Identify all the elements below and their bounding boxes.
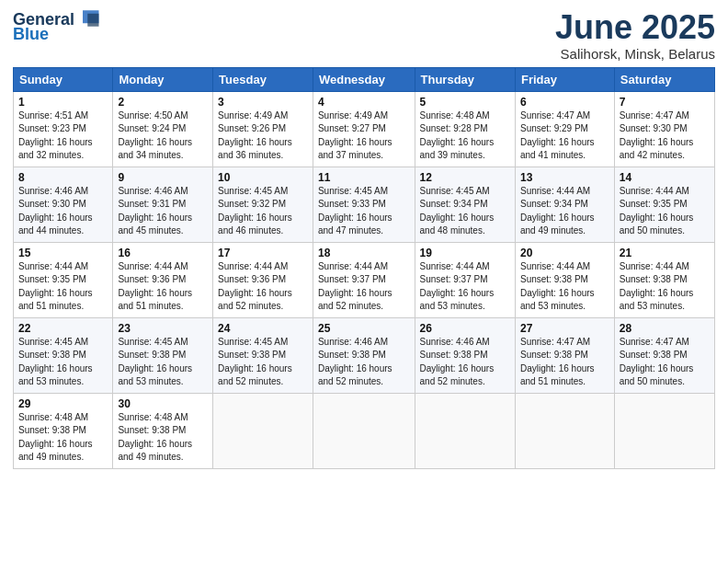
day-number: 3 <box>218 96 308 109</box>
table-cell: 3 Sunrise: 4:49 AMSunset: 9:26 PMDayligh… <box>213 91 313 167</box>
table-cell: 1 Sunrise: 4:51 AMSunset: 9:23 PMDayligh… <box>14 91 113 167</box>
table-cell: 8 Sunrise: 4:46 AMSunset: 9:30 PMDayligh… <box>14 167 113 242</box>
day-info: Sunrise: 4:45 AMSunset: 9:38 PMDaylight:… <box>18 337 93 387</box>
day-number: 1 <box>18 96 108 109</box>
logo-icon <box>76 6 102 31</box>
day-info: Sunrise: 4:49 AMSunset: 9:26 PMDaylight:… <box>218 110 292 161</box>
table-cell: 24 Sunrise: 4:45 AMSunset: 9:38 PMDaylig… <box>213 317 313 393</box>
svg-marker-1 <box>87 14 98 27</box>
table-cell: 17 Sunrise: 4:44 AMSunset: 9:36 PMDaylig… <box>213 242 313 317</box>
day-info: Sunrise: 4:44 AMSunset: 9:37 PMDaylight:… <box>318 261 392 312</box>
day-info: Sunrise: 4:48 AMSunset: 9:28 PMDaylight:… <box>420 110 495 161</box>
day-info: Sunrise: 4:48 AMSunset: 9:38 PMDaylight:… <box>118 412 192 463</box>
table-cell: 14 Sunrise: 4:44 AMSunset: 9:35 PMDaylig… <box>614 167 714 242</box>
day-info: Sunrise: 4:45 AMSunset: 9:33 PMDaylight:… <box>318 186 392 236</box>
month-title: June 2025 <box>555 9 715 46</box>
day-number: 22 <box>18 322 108 335</box>
table-cell: 12 Sunrise: 4:45 AMSunset: 9:34 PMDaylig… <box>415 167 515 242</box>
day-info: Sunrise: 4:47 AMSunset: 9:30 PMDaylight:… <box>620 110 694 161</box>
day-info: Sunrise: 4:44 AMSunset: 9:36 PMDaylight:… <box>218 261 292 312</box>
day-number: 28 <box>620 322 710 335</box>
day-number: 11 <box>318 171 410 184</box>
table-cell: 9 Sunrise: 4:46 AMSunset: 9:31 PMDayligh… <box>113 167 213 242</box>
day-number: 26 <box>420 322 510 335</box>
table-cell: 6 Sunrise: 4:47 AMSunset: 9:29 PMDayligh… <box>515 91 614 167</box>
day-number: 9 <box>118 171 208 184</box>
day-number: 14 <box>620 171 710 184</box>
table-cell: 2 Sunrise: 4:50 AMSunset: 9:24 PMDayligh… <box>113 91 213 167</box>
day-info: Sunrise: 4:44 AMSunset: 9:34 PMDaylight:… <box>520 186 595 236</box>
day-number: 18 <box>318 247 410 259</box>
page-container: General Blue June 2025 Salihorsk, Minsk,… <box>0 0 728 478</box>
table-cell: 21 Sunrise: 4:44 AMSunset: 9:38 PMDaylig… <box>614 242 714 317</box>
day-info: Sunrise: 4:46 AMSunset: 9:31 PMDaylight:… <box>118 186 192 236</box>
day-number: 30 <box>118 397 208 410</box>
day-info: Sunrise: 4:46 AMSunset: 9:38 PMDaylight:… <box>318 337 392 387</box>
day-number: 21 <box>620 247 710 259</box>
table-cell: 16 Sunrise: 4:44 AMSunset: 9:36 PMDaylig… <box>113 242 213 317</box>
table-cell: 13 Sunrise: 4:44 AMSunset: 9:34 PMDaylig… <box>515 167 614 242</box>
day-info: Sunrise: 4:45 AMSunset: 9:32 PMDaylight:… <box>218 186 292 236</box>
day-number: 13 <box>520 171 609 184</box>
day-number: 8 <box>18 171 108 184</box>
day-info: Sunrise: 4:46 AMSunset: 9:30 PMDaylight:… <box>18 186 93 236</box>
table-cell: 11 Sunrise: 4:45 AMSunset: 9:33 PMDaylig… <box>313 167 415 242</box>
logo-text2: Blue <box>13 26 49 44</box>
day-number: 23 <box>118 322 208 335</box>
table-cell <box>515 393 614 468</box>
day-number: 4 <box>318 96 410 109</box>
table-cell: 23 Sunrise: 4:45 AMSunset: 9:38 PMDaylig… <box>113 317 213 393</box>
day-number: 20 <box>520 247 609 259</box>
day-number: 24 <box>218 322 308 335</box>
day-number: 27 <box>520 322 609 335</box>
table-cell: 15 Sunrise: 4:44 AMSunset: 9:35 PMDaylig… <box>14 242 113 317</box>
day-number: 29 <box>18 397 108 410</box>
day-info: Sunrise: 4:44 AMSunset: 9:36 PMDaylight:… <box>118 261 192 312</box>
day-info: Sunrise: 4:44 AMSunset: 9:35 PMDaylight:… <box>620 186 694 236</box>
table-cell: 7 Sunrise: 4:47 AMSunset: 9:30 PMDayligh… <box>614 91 714 167</box>
table-cell: 10 Sunrise: 4:45 AMSunset: 9:32 PMDaylig… <box>213 167 313 242</box>
day-info: Sunrise: 4:45 AMSunset: 9:34 PMDaylight:… <box>420 186 495 236</box>
table-cell: 22 Sunrise: 4:45 AMSunset: 9:38 PMDaylig… <box>14 317 113 393</box>
day-info: Sunrise: 4:50 AMSunset: 9:24 PMDaylight:… <box>118 110 192 161</box>
table-cell <box>614 393 714 468</box>
col-tuesday: Tuesday <box>213 67 313 91</box>
col-friday: Friday <box>515 67 614 91</box>
calendar-table: Sunday Monday Tuesday Wednesday Thursday… <box>13 67 715 469</box>
day-info: Sunrise: 4:47 AMSunset: 9:38 PMDaylight:… <box>520 337 595 387</box>
day-info: Sunrise: 4:44 AMSunset: 9:37 PMDaylight:… <box>420 261 495 312</box>
day-number: 7 <box>620 96 710 109</box>
table-cell: 25 Sunrise: 4:46 AMSunset: 9:38 PMDaylig… <box>313 317 415 393</box>
day-number: 25 <box>318 322 410 335</box>
day-info: Sunrise: 4:47 AMSunset: 9:29 PMDaylight:… <box>520 110 595 161</box>
table-cell: 20 Sunrise: 4:44 AMSunset: 9:38 PMDaylig… <box>515 242 614 317</box>
table-cell: 4 Sunrise: 4:49 AMSunset: 9:27 PMDayligh… <box>313 91 415 167</box>
day-info: Sunrise: 4:44 AMSunset: 9:35 PMDaylight:… <box>18 261 93 312</box>
day-info: Sunrise: 4:44 AMSunset: 9:38 PMDaylight:… <box>520 261 595 312</box>
day-info: Sunrise: 4:51 AMSunset: 9:23 PMDaylight:… <box>18 110 93 161</box>
day-number: 6 <box>520 96 609 109</box>
calendar-header-row: Sunday Monday Tuesday Wednesday Thursday… <box>14 67 715 91</box>
day-info: Sunrise: 4:48 AMSunset: 9:38 PMDaylight:… <box>18 412 93 463</box>
logo: General Blue <box>13 9 102 44</box>
col-wednesday: Wednesday <box>313 67 415 91</box>
day-number: 19 <box>420 247 510 259</box>
day-info: Sunrise: 4:46 AMSunset: 9:38 PMDaylight:… <box>420 337 495 387</box>
day-number: 5 <box>420 96 510 109</box>
day-info: Sunrise: 4:45 AMSunset: 9:38 PMDaylight:… <box>118 337 192 387</box>
table-cell: 5 Sunrise: 4:48 AMSunset: 9:28 PMDayligh… <box>415 91 515 167</box>
table-cell: 26 Sunrise: 4:46 AMSunset: 9:38 PMDaylig… <box>415 317 515 393</box>
col-thursday: Thursday <box>415 67 515 91</box>
day-number: 2 <box>118 96 208 109</box>
table-cell: 27 Sunrise: 4:47 AMSunset: 9:38 PMDaylig… <box>515 317 614 393</box>
day-number: 17 <box>218 247 308 259</box>
location: Salihorsk, Minsk, Belarus <box>555 46 715 62</box>
day-info: Sunrise: 4:47 AMSunset: 9:38 PMDaylight:… <box>620 337 694 387</box>
col-saturday: Saturday <box>614 67 714 91</box>
day-info: Sunrise: 4:44 AMSunset: 9:38 PMDaylight:… <box>620 261 694 312</box>
table-cell <box>415 393 515 468</box>
title-block: June 2025 Salihorsk, Minsk, Belarus <box>555 9 715 62</box>
col-monday: Monday <box>113 67 213 91</box>
col-sunday: Sunday <box>14 67 113 91</box>
day-info: Sunrise: 4:45 AMSunset: 9:38 PMDaylight:… <box>218 337 292 387</box>
